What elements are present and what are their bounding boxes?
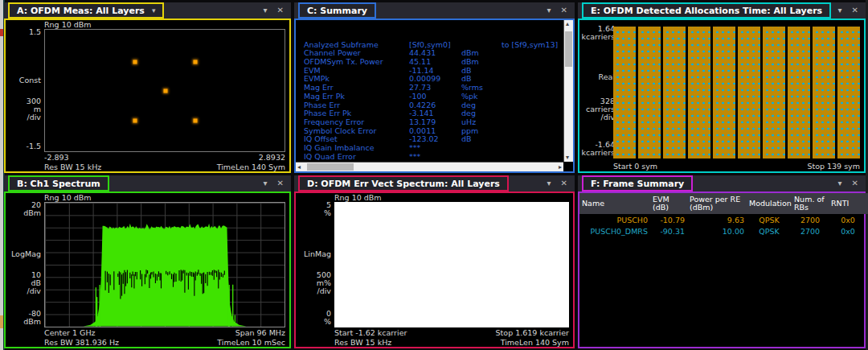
horizontal-scrollbar[interactable]: ◂ ▸ <box>296 162 563 171</box>
x-axis-stop-label: Stop 1.619 kcarrier <box>496 328 569 337</box>
panel-d-titlebar[interactable]: D: OFDM Err Vect Spectrum: All Layers ▾ … <box>294 175 575 191</box>
vertical-scroll-thumb[interactable] <box>565 31 572 67</box>
minimize-icon[interactable]: ▾ <box>547 6 551 14</box>
close-icon[interactable]: ✕ <box>277 6 284 14</box>
span-label: Span 96 MHz <box>235 328 285 337</box>
panel-f-content: NameEVM (dB)Power per RE (dBm)Modulation… <box>578 191 866 348</box>
allocation-bar <box>813 27 835 159</box>
panel-e-titlebar[interactable]: E: OFDM Detected Allocations Time: All L… <box>578 2 866 19</box>
table-cell: 9.63 <box>687 214 747 225</box>
summary-row: IQ Offset-123.02dB <box>297 134 562 143</box>
minimize-icon[interactable]: ▾ <box>547 179 551 187</box>
spectrum-plot[interactable] <box>44 202 285 327</box>
panel-a-title[interactable]: A: OFDM Meas: All Layers ▾ <box>8 2 164 19</box>
table-cell: PUSCH0 <box>579 214 650 225</box>
y-axis-bottom-label: -1.5 <box>6 142 41 150</box>
y-axis-format-label: LinMag <box>296 250 331 258</box>
table-row[interactable]: PUSCH0-10.799.63QPSK27000x00 <box>579 214 868 225</box>
panel-b-content: Rng 10 dBm 20 dBm LogMag 10 dB /div -80 … <box>4 191 291 348</box>
table-cell: 2700 <box>792 214 829 225</box>
summary-row: IQ Gain Imbalance*** <box>297 143 562 152</box>
panel-b-titlebar[interactable]: B: Ch1 Spectrum ▾ ✕ <box>4 175 291 191</box>
panel-a-titlebar[interactable]: A: OFDM Meas: All Layers ▾ ▾ ✕ <box>4 2 291 19</box>
y-axis-top-label: 1.64 kcarriers <box>579 25 615 41</box>
summary-readout: Analyzed Subframe[Sf0,sym0]to [Sf9,sym13… <box>297 31 562 160</box>
close-icon[interactable]: ✕ <box>277 179 284 187</box>
panel-a-title-label: A: OFDM Meas: All Layers <box>17 6 145 16</box>
minimize-icon[interactable]: ▾ <box>264 179 268 187</box>
panel-f-title[interactable]: F: Frame Summary <box>582 175 693 191</box>
timelen-label: TimeLen 10 mSec <box>217 338 285 347</box>
allocation-bar <box>837 27 860 159</box>
close-icon[interactable]: ✕ <box>561 6 567 14</box>
panel-ofdm-meas: A: OFDM Meas: All Layers ▾ ▾ ✕ Rng 10 dB… <box>4 2 291 173</box>
constellation-plot[interactable] <box>44 29 285 152</box>
panel-d-title[interactable]: D: OFDM Err Vect Spectrum: All Layers <box>298 175 509 191</box>
panel-c-title[interactable]: C: Summary <box>298 2 376 19</box>
table-cell: QPSK <box>747 214 792 225</box>
minimize-icon[interactable]: ▾ <box>838 6 842 14</box>
allocations-plot[interactable] <box>613 27 860 159</box>
table-column-header[interactable]: EVM (dB) <box>650 193 687 214</box>
summary-row: Mag Err27.73%rms <box>297 83 562 92</box>
allocation-bar <box>788 27 810 159</box>
constellation-point <box>193 119 197 123</box>
minimize-icon[interactable]: ▾ <box>838 179 842 187</box>
minimize-icon[interactable]: ▾ <box>264 6 268 14</box>
panel-f-titlebar[interactable]: F: Frame Summary ▾ ✕ <box>578 175 866 191</box>
table-cell: PUSCH0_DMRS <box>579 225 650 237</box>
vsa-workspace: A: OFDM Meas: All Layers ▾ ▾ ✕ Rng 10 dB… <box>0 0 868 350</box>
y-axis-scale-label: 500 m% /div <box>296 271 331 295</box>
panel-e-title[interactable]: E: OFDM Detected Allocations Time: All L… <box>582 2 831 19</box>
summary-row: Analyzed Subframe[Sf0,sym0]to [Sf9,sym13… <box>297 40 562 49</box>
panel-c-titlebar[interactable]: C: Summary ▾ ✕ <box>294 2 575 19</box>
table-cell: 0x0 <box>829 214 867 225</box>
panel-b-title[interactable]: B: Ch1 Spectrum <box>8 175 109 191</box>
table-column-header[interactable]: Power per RE (dBm) <box>687 193 747 214</box>
table-column-header[interactable]: RNTI <box>829 193 867 214</box>
y-axis-format-label: Const <box>6 76 41 84</box>
summary-row: Frequency Error13.179uHz <box>297 117 562 126</box>
close-icon[interactable]: ✕ <box>561 179 567 187</box>
chevron-down-icon[interactable]: ▾ <box>152 6 156 14</box>
table-column-header[interactable]: Modulation <box>747 193 792 214</box>
panel-c-content: Analyzed Subframe[Sf0,sym0]to [Sf9,sym13… <box>294 19 575 173</box>
err-vect-plot[interactable] <box>334 202 569 327</box>
y-axis-bottom-label: -1.64 kcarriers <box>579 141 615 157</box>
horizontal-scroll-thumb[interactable] <box>307 163 354 171</box>
panel-summary: C: Summary ▾ ✕ Analyzed Subframe[Sf0,sym… <box>294 2 575 173</box>
constellation-point <box>163 89 167 93</box>
table-cell: QPSK <box>747 225 792 237</box>
scroll-down-icon[interactable]: ▾ <box>566 154 569 161</box>
table-column-header[interactable]: Name <box>579 193 650 214</box>
x-axis-start-label: Start -1.62 kcarrier <box>334 328 407 337</box>
y-axis-format-label: Real <box>579 73 615 81</box>
panel-d-title-label: D: OFDM Err Vect Spectrum: All Layers <box>307 179 500 189</box>
constellation-point <box>193 60 197 64</box>
summary-row: Mag Err Pk-100%pk <box>297 92 562 101</box>
res-bw-label: Res BW 381.936 Hz <box>44 338 119 347</box>
panel-ch1-spectrum: B: Ch1 Spectrum ▾ ✕ Rng 10 dBm 20 dBm Lo… <box>4 175 291 348</box>
timelen-label: TimeLen 140 Sym <box>501 338 569 347</box>
table-cell: 2700 <box>792 225 829 237</box>
close-icon[interactable]: ✕ <box>852 179 858 187</box>
scroll-right-icon[interactable]: ▸ <box>559 164 562 171</box>
scroll-up-icon[interactable]: ▴ <box>566 21 569 27</box>
panel-detected-allocations: E: OFDM Detected Allocations Time: All L… <box>578 2 866 173</box>
panel-f-title-label: F: Frame Summary <box>591 179 684 189</box>
panel-e-title-label: E: OFDM Detected Allocations Time: All L… <box>591 6 822 16</box>
scroll-left-icon[interactable]: ◂ <box>297 164 301 171</box>
allocation-bar <box>763 27 785 159</box>
summary-row: Channel Power44.431dBm <box>297 48 562 57</box>
x-axis-stop-label: Stop 139 sym <box>807 162 860 171</box>
close-icon[interactable]: ✕ <box>852 6 858 14</box>
y-axis-format-label: LogMag <box>6 250 41 258</box>
table-column-header[interactable]: Num. of RBs <box>792 193 829 214</box>
table-header-row: NameEVM (dB)Power per RE (dBm)Modulation… <box>579 193 868 214</box>
range-label: Rng 10 dBm <box>334 193 382 202</box>
table-row[interactable]: PUSCH0_DMRS-90.3110.00QPSK27000x00 <box>579 225 868 237</box>
vertical-scrollbar[interactable]: ▴ ▾ <box>563 20 573 162</box>
summary-row: Phase Err Pk-3.141deg <box>297 109 562 117</box>
y-axis-scale-label: 328 carriers /div <box>579 97 615 121</box>
allocation-bar <box>713 27 735 159</box>
